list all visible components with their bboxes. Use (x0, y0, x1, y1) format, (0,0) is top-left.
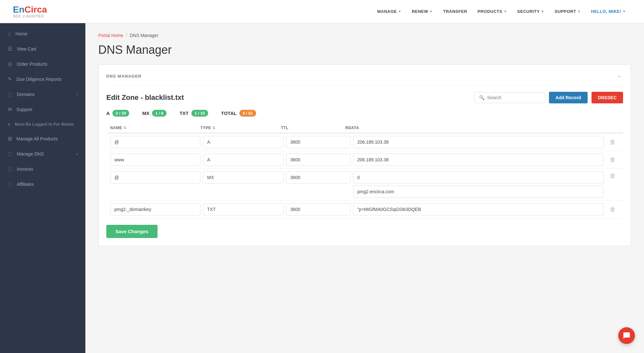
table-row: 🗑 (106, 201, 623, 218)
search-box[interactable]: 🔍 (474, 92, 545, 103)
nav-support-arrow: ▼ (577, 10, 581, 13)
sidebar-item-order-products[interactable]: ◎ Order Products (0, 56, 85, 72)
row2-type-input[interactable] (203, 154, 284, 166)
badges-row: A 2 / 20 MX 1 / 6 TXT 1 / 15 TOTAL 4 / 8… (106, 110, 623, 117)
row2-ttl-input[interactable] (286, 154, 351, 166)
sidebar-item-affiliates[interactable]: ◌ Affiliates (0, 176, 85, 192)
main-content: Portal Home / DNS Manager DNS Manager DN… (85, 23, 644, 353)
manage-dns-icon: ◌ (8, 151, 12, 157)
edit-zone-row: Edit Zone - blacklist.txt 🔍 Add Record D… (106, 92, 623, 103)
row3-type-input[interactable] (203, 171, 284, 184)
manage-products-icon: ⊞ (8, 136, 12, 142)
breadcrumb-current: DNS Manager (130, 33, 159, 38)
search-input[interactable] (487, 95, 540, 100)
row4-rdata-input[interactable] (353, 203, 604, 215)
back-arrow-icon[interactable]: ← (617, 72, 623, 80)
col-rdata: RDATA (345, 126, 606, 130)
cart-icon: ☰ (8, 46, 12, 52)
dns-manager-label: DNS MANAGER (106, 74, 141, 79)
badge-total: TOTAL 4 / 81 (221, 110, 256, 117)
badge-txt-value: 1 / 15 (191, 110, 208, 117)
nav-support[interactable]: SUPPORT ▼ (550, 0, 586, 23)
row3-rdata2-input[interactable] (353, 186, 604, 198)
breadcrumb-home-link[interactable]: Portal Home (98, 33, 123, 38)
edit-zone-title: Edit Zone - blacklist.txt (106, 93, 184, 102)
report-icon: ✎ (8, 76, 12, 82)
row4-type-input[interactable] (203, 203, 284, 215)
badge-txt: TXT 1 / 15 (179, 110, 208, 117)
logo[interactable]: EnCirca SOC 2 AUDITED (13, 5, 47, 18)
nav-transfer[interactable]: TRANSFER (438, 0, 472, 23)
breadcrumb-separator: / (126, 33, 127, 38)
layout: ⌂ Home ☰ View Cart ◎ Order Products ✎ Du… (0, 23, 644, 353)
col-ttl: TTL (281, 126, 345, 130)
badge-a-value: 2 / 20 (112, 110, 130, 117)
dns-manager-box: DNS MANAGER ← Edit Zone - blacklist.txt … (98, 64, 631, 246)
nav-links: MANAGE ▼ RENEW ▼ TRANSFER PRODUCTS ▼ SEC… (372, 0, 631, 23)
sidebar-item-view-cart[interactable]: ☰ View Cart (0, 41, 85, 56)
row1-delete-button[interactable]: 🗑 (606, 138, 619, 147)
dnssec-button[interactable]: DNSSEC (591, 92, 623, 103)
dns-box-header: DNS MANAGER ← (106, 72, 623, 85)
nav-security[interactable]: SECURITY ▼ (512, 0, 550, 23)
divider-icon: » (8, 121, 10, 127)
sidebar-item-domains[interactable]: ◌ Domains › (0, 87, 85, 102)
row2-rdata-input[interactable] (353, 154, 604, 166)
row2-name-input[interactable] (110, 154, 200, 166)
row1-name-input[interactable] (110, 136, 200, 148)
sidebar-item-manage-dns[interactable]: ◌ Manage DNS › (0, 146, 85, 161)
nav-renew[interactable]: RENEW ▼ (407, 0, 438, 23)
domains-icon: ◌ (8, 91, 12, 97)
logo-text: EnCirca (13, 5, 47, 14)
nav-renew-arrow: ▼ (429, 10, 433, 13)
row1-rdata-input[interactable] (353, 136, 604, 148)
table-row: 🗑 (106, 133, 623, 151)
nav-products[interactable]: PRODUCTS ▼ (472, 0, 512, 23)
add-record-button[interactable]: Add Record (549, 92, 587, 103)
sidebar-item-home[interactable]: ⌂ Home (0, 26, 85, 41)
nav-products-arrow: ▼ (504, 10, 507, 13)
col-name: NAME ⇅ (110, 126, 200, 130)
sidebar-item-due-diligence[interactable]: ✎ Due Diligence Reports (0, 72, 85, 87)
nav-manage-arrow: ▼ (398, 10, 401, 13)
table-header: NAME ⇅ TYPE ⇅ TTL RDATA (106, 123, 623, 133)
breadcrumb: Portal Home / DNS Manager (98, 33, 631, 38)
badge-total-value: 4 / 81 (239, 110, 256, 117)
search-icon: 🔍 (479, 95, 485, 100)
sidebar-item-support[interactable]: ✉ Support (0, 102, 85, 117)
manage-dns-chevron: › (76, 152, 78, 156)
row4-ttl-input[interactable] (286, 203, 351, 215)
save-row: Save Changes (106, 225, 623, 238)
top-nav: EnCirca SOC 2 AUDITED MANAGE ▼ RENEW ▼ T… (0, 0, 644, 23)
sidebar-item-manage-all-products[interactable]: ⊞ Manage All Products (0, 131, 85, 146)
row3-delete-button[interactable]: 🗑 (606, 171, 619, 181)
sort-type-icon: ⇅ (212, 126, 216, 130)
row3-name-input[interactable] (110, 171, 200, 184)
nav-manage[interactable]: MANAGE ▼ (372, 0, 407, 23)
row2-delete-button[interactable]: 🗑 (606, 155, 619, 165)
support-icon: ✉ (8, 106, 12, 112)
order-icon: ◎ (8, 61, 12, 67)
row3-ttl-input[interactable] (286, 171, 351, 184)
table-row: 🗑 (106, 151, 623, 169)
save-changes-button[interactable]: Save Changes (106, 225, 158, 238)
row1-ttl-input[interactable] (286, 136, 351, 148)
row1-type-input[interactable] (203, 136, 284, 148)
nav-hello[interactable]: HELLO, MIKE! ▼ (586, 0, 631, 23)
row4-name-input[interactable] (110, 203, 200, 215)
row3-rdata-group (353, 171, 604, 198)
chat-bubble[interactable] (618, 327, 635, 344)
badge-mx-value: 1 / 6 (152, 110, 167, 117)
badge-a: A 2 / 20 (106, 110, 129, 117)
sidebar-item-invoices[interactable]: ◌ Invoices (0, 161, 85, 176)
sidebar: ⌂ Home ☰ View Cart ◎ Order Products ✎ Du… (0, 23, 85, 353)
nav-security-arrow: ▼ (541, 10, 544, 13)
row4-delete-button[interactable]: 🗑 (606, 205, 619, 214)
sidebar-divider-logged-in: » Must Be Logged In For Below (0, 117, 85, 131)
row3-rdata1-input[interactable] (353, 171, 604, 184)
home-icon: ⌂ (8, 31, 11, 37)
logo-subtitle: SOC 2 AUDITED (13, 14, 47, 18)
col-type: TYPE ⇅ (200, 126, 281, 130)
chat-icon (623, 332, 630, 339)
invoices-icon: ◌ (8, 166, 12, 172)
